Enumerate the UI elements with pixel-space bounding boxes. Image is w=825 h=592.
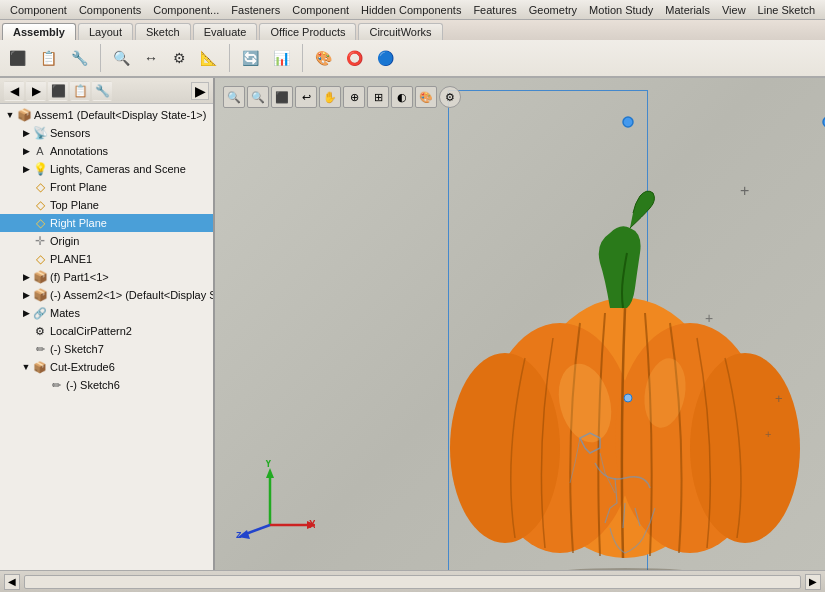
tree-btn-forward[interactable]: ▶: [26, 81, 46, 101]
svg-text:+: +: [765, 428, 771, 440]
expand-arrow-part1: ▶: [20, 269, 32, 285]
tree-item-right-plane[interactable]: ▶ ◇ Right Plane: [0, 214, 213, 232]
tree-item-cut-extrude[interactable]: ▼ 📦 Cut-Extrude6: [0, 358, 213, 376]
view-btn-appearance[interactable]: 🎨: [415, 86, 437, 108]
view-btn-zoom-region[interactable]: ⊕: [343, 86, 365, 108]
ribbon-btn-6[interactable]: ⚙: [167, 42, 191, 74]
svg-text:+: +: [740, 182, 749, 199]
view-btn-display[interactable]: ◐: [391, 86, 413, 108]
view-btn-fit[interactable]: ⬛: [271, 86, 293, 108]
tree-item-top-plane[interactable]: ▶ ◇ Top Plane: [0, 196, 213, 214]
feature-tree-toolbar: ◀ ▶ ⬛ 📋 🔧 ▶: [0, 78, 213, 104]
status-scrollbar[interactable]: [24, 575, 801, 589]
status-scroll-right[interactable]: ▶: [805, 574, 821, 590]
tree-btn-back[interactable]: ◀: [4, 81, 24, 101]
tree-content: ▼ 📦 Assem1 (Default<Display State-1>) ▶ …: [0, 104, 213, 570]
ribbon-icon-9: 📊: [273, 51, 290, 65]
svg-point-13: [624, 394, 632, 402]
ribbon-icon-11: ⭕: [346, 51, 363, 65]
menu-hidden-components[interactable]: Hidden Components: [355, 2, 467, 18]
label-annotations: Annotations: [50, 145, 108, 157]
tree-item-sensors[interactable]: ▶ 📡 Sensors: [0, 124, 213, 142]
menu-component2[interactable]: Component...: [147, 2, 225, 18]
expand-arrow-assem1: ▼: [4, 107, 16, 123]
menu-bar: Component Components Component... Fasten…: [0, 0, 825, 20]
menu-materials[interactable]: Materials: [659, 2, 716, 18]
ribbon-btn-4[interactable]: 🔍: [108, 42, 135, 74]
menu-components[interactable]: Components: [73, 2, 147, 18]
tab-sketch[interactable]: Sketch: [135, 23, 191, 40]
menu-view[interactable]: View: [716, 2, 752, 18]
ribbon-btn-12[interactable]: 🔵: [372, 42, 399, 74]
ribbon-icon-10: 🎨: [315, 51, 332, 65]
view-btn-zoom-out[interactable]: 🔍: [247, 86, 269, 108]
label-front-plane: Front Plane: [50, 181, 107, 193]
view-btn-zoom-in[interactable]: 🔍: [223, 86, 245, 108]
menu-geometry[interactable]: Geometry: [523, 2, 583, 18]
tab-circuitworks[interactable]: CircuitWorks: [358, 23, 442, 40]
status-bar: ◀ ▶: [0, 570, 825, 592]
ribbon-btn-3[interactable]: 🔧: [66, 42, 93, 74]
icon-part1: 📦: [32, 269, 48, 285]
icon-origin: ✛: [32, 233, 48, 249]
tree-item-localcir[interactable]: ▶ ⚙ LocalCirPattern2: [0, 322, 213, 340]
status-scroll-left[interactable]: ◀: [4, 574, 20, 590]
menu-features[interactable]: Features: [467, 2, 522, 18]
view-btn-section[interactable]: ⊞: [367, 86, 389, 108]
tab-evaluate[interactable]: Evaluate: [193, 23, 258, 40]
tab-office-products[interactable]: Office Products: [259, 23, 356, 40]
ribbon-separator-2: [229, 44, 230, 72]
ribbon-icon-2: 📋: [40, 51, 57, 65]
view-btn-rotate[interactable]: ↩: [295, 86, 317, 108]
ribbon-btn-5[interactable]: ↔: [139, 42, 163, 74]
ribbon-btn-9[interactable]: 📊: [268, 42, 295, 74]
icon-sketch7: ✏: [32, 341, 48, 357]
tree-item-plane1[interactable]: ▶ ◇ PLANE1: [0, 250, 213, 268]
menu-line-sketch[interactable]: Line Sketch: [752, 2, 821, 18]
tree-item-front-plane[interactable]: ▶ ◇ Front Plane: [0, 178, 213, 196]
view-btn-options[interactable]: ⚙: [439, 86, 461, 108]
ribbon-btn-1[interactable]: ⬛: [4, 42, 31, 74]
menu-motion-study[interactable]: Motion Study: [583, 2, 659, 18]
tree-item-annotations[interactable]: ▶ A Annotations: [0, 142, 213, 160]
canvas-area[interactable]: 🔍 🔍 ⬛ ↩ ✋ ⊕ ⊞ ◐ 🎨 ⚙: [215, 78, 825, 570]
tree-item-part1[interactable]: ▶ 📦 (f) Part1<1>: [0, 268, 213, 286]
view-toolbar: 🔍 🔍 ⬛ ↩ ✋ ⊕ ⊞ ◐ 🎨 ⚙: [223, 86, 461, 108]
tab-assembly[interactable]: Assembly: [2, 23, 76, 40]
icon-right-plane: ◇: [32, 215, 48, 231]
menu-component[interactable]: Component: [4, 2, 73, 18]
svg-point-5: [690, 353, 800, 543]
view-btn-pan[interactable]: ✋: [319, 86, 341, 108]
ribbon-btn-11[interactable]: ⭕: [341, 42, 368, 74]
svg-marker-19: [266, 468, 274, 478]
ribbon-icon-8: 🔄: [242, 51, 259, 65]
tree-item-assem1[interactable]: ▼ 📦 Assem1 (Default<Display State-1>): [0, 106, 213, 124]
tree-expand-collapse-btn[interactable]: ▶: [191, 82, 209, 100]
tree-item-origin[interactable]: ▶ ✛ Origin: [0, 232, 213, 250]
tree-item-assem2[interactable]: ▶ 📦 (-) Assem2<1> (Default<Display Sta..…: [0, 286, 213, 304]
tree-btn-extra[interactable]: 📋: [70, 81, 90, 101]
tree-item-mates[interactable]: ▶ 🔗 Mates: [0, 304, 213, 322]
svg-text:+: +: [775, 391, 783, 406]
ribbon-icon-6: ⚙: [173, 51, 186, 65]
tree-item-sketch6[interactable]: ▶ ✏ (-) Sketch6: [0, 376, 213, 394]
ribbon-btn-10[interactable]: 🎨: [310, 42, 337, 74]
tree-item-lights[interactable]: ▶ 💡 Lights, Cameras and Scene: [0, 160, 213, 178]
ribbon-btn-2[interactable]: 📋: [35, 42, 62, 74]
tree-btn-settings[interactable]: ⬛: [48, 81, 68, 101]
icon-assem2: 📦: [32, 287, 48, 303]
icon-cut-extrude: 📦: [32, 359, 48, 375]
ribbon-btn-8[interactable]: 🔄: [237, 42, 264, 74]
ribbon-btn-7[interactable]: 📐: [195, 42, 222, 74]
feature-tree-panel: ◀ ▶ ⬛ 📋 🔧 ▶ ▼ 📦 Assem1 (Default<Display …: [0, 78, 215, 570]
expand-arrow-mates: ▶: [20, 305, 32, 321]
label-sensors: Sensors: [50, 127, 90, 139]
tree-item-sketch7[interactable]: ▶ ✏ (-) Sketch7: [0, 340, 213, 358]
icon-lights: 💡: [32, 161, 48, 177]
menu-fasteners[interactable]: Fasteners: [225, 2, 286, 18]
svg-point-0: [465, 568, 785, 570]
icon-sketch6: ✏: [48, 377, 64, 393]
tree-btn-extra2[interactable]: 🔧: [92, 81, 112, 101]
tab-layout[interactable]: Layout: [78, 23, 133, 40]
menu-component3[interactable]: Component: [286, 2, 355, 18]
